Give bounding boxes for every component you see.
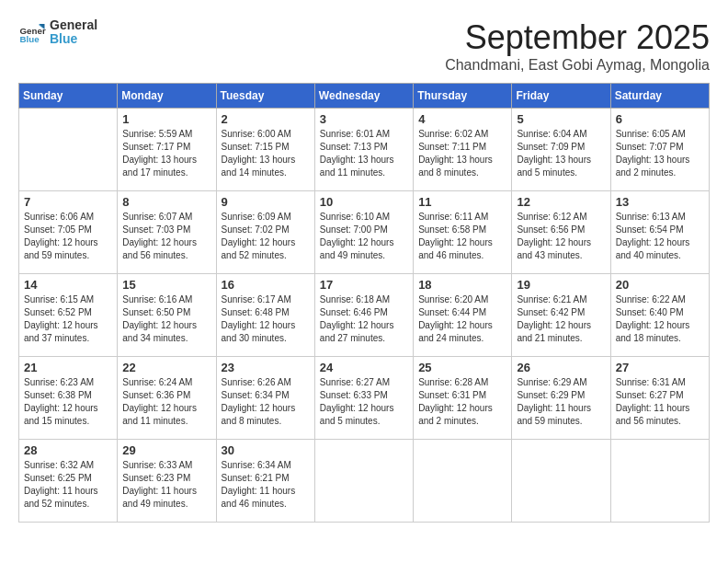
day-number: 17 — [320, 278, 408, 292]
day-number: 9 — [222, 195, 310, 209]
calendar-cell: 13Sunrise: 6:13 AM Sunset: 6:54 PM Dayli… — [610, 191, 709, 274]
calendar-cell: 12Sunrise: 6:12 AM Sunset: 6:56 PM Dayli… — [512, 191, 610, 274]
cell-info: Sunrise: 6:00 AM Sunset: 7:15 PM Dayligh… — [222, 128, 310, 179]
cell-info: Sunrise: 6:18 AM Sunset: 6:46 PM Dayligh… — [320, 293, 408, 345]
logo-general: General — [50, 18, 97, 32]
calendar-cell: 28Sunrise: 6:32 AM Sunset: 6:25 PM Dayli… — [19, 440, 118, 523]
location-subtitle: Chandmani, East Gobi Aymag, Mongolia — [445, 57, 710, 74]
day-number: 28 — [24, 443, 112, 457]
cell-info: Sunrise: 6:10 AM Sunset: 7:00 PM Dayligh… — [320, 211, 408, 262]
cell-info: Sunrise: 6:32 AM Sunset: 6:25 PM Dayligh… — [24, 459, 112, 511]
calendar-cell: 2Sunrise: 6:00 AM Sunset: 7:15 PM Daylig… — [216, 109, 314, 191]
calendar-cell: 30Sunrise: 6:34 AM Sunset: 6:21 PM Dayli… — [216, 440, 314, 523]
day-number: 18 — [418, 278, 506, 292]
calendar-cell: 26Sunrise: 6:29 AM Sunset: 6:29 PM Dayli… — [512, 357, 610, 440]
calendar-cell: 5Sunrise: 6:04 AM Sunset: 7:09 PM Daylig… — [512, 109, 610, 191]
day-number: 2 — [222, 112, 310, 126]
calendar-body: 1Sunrise: 5:59 AM Sunset: 7:17 PM Daylig… — [19, 109, 710, 523]
calendar-cell: 25Sunrise: 6:28 AM Sunset: 6:31 PM Dayli… — [414, 357, 512, 440]
calendar-cell — [512, 440, 610, 523]
title-area: September 2025 Chandmani, East Gobi Ayma… — [445, 18, 710, 74]
cell-info: Sunrise: 6:02 AM Sunset: 7:11 PM Dayligh… — [418, 128, 506, 179]
day-number: 20 — [616, 278, 704, 292]
calendar-cell: 11Sunrise: 6:11 AM Sunset: 6:58 PM Dayli… — [414, 191, 512, 274]
calendar-cell — [610, 440, 709, 523]
cell-info: Sunrise: 6:16 AM Sunset: 6:50 PM Dayligh… — [122, 293, 210, 345]
cell-info: Sunrise: 6:28 AM Sunset: 6:31 PM Dayligh… — [418, 376, 506, 428]
calendar-cell: 3Sunrise: 6:01 AM Sunset: 7:13 PM Daylig… — [314, 109, 413, 191]
day-number: 11 — [418, 195, 506, 209]
calendar-cell: 29Sunrise: 6:33 AM Sunset: 6:23 PM Dayli… — [118, 440, 216, 523]
weekday-monday: Monday — [118, 84, 216, 109]
cell-info: Sunrise: 6:24 AM Sunset: 6:36 PM Dayligh… — [122, 376, 210, 428]
cell-info: Sunrise: 6:13 AM Sunset: 6:54 PM Dayligh… — [616, 211, 704, 262]
day-number: 24 — [320, 361, 408, 374]
day-number: 30 — [222, 443, 310, 457]
calendar-cell — [19, 109, 118, 191]
weekday-sunday: Sunday — [19, 84, 118, 109]
cell-info: Sunrise: 6:33 AM Sunset: 6:23 PM Dayligh… — [122, 459, 210, 511]
calendar-cell: 9Sunrise: 6:09 AM Sunset: 7:02 PM Daylig… — [216, 191, 314, 274]
calendar-cell: 20Sunrise: 6:22 AM Sunset: 6:40 PM Dayli… — [610, 274, 709, 357]
cell-info: Sunrise: 6:23 AM Sunset: 6:38 PM Dayligh… — [24, 376, 112, 428]
calendar-cell: 6Sunrise: 6:05 AM Sunset: 7:07 PM Daylig… — [610, 109, 709, 191]
cell-info: Sunrise: 6:34 AM Sunset: 6:21 PM Dayligh… — [222, 459, 310, 511]
calendar-cell: 15Sunrise: 6:16 AM Sunset: 6:50 PM Dayli… — [118, 274, 216, 357]
week-row-3: 14Sunrise: 6:15 AM Sunset: 6:52 PM Dayli… — [19, 274, 710, 357]
calendar-cell: 14Sunrise: 6:15 AM Sunset: 6:52 PM Dayli… — [19, 274, 118, 357]
day-number: 19 — [517, 278, 605, 292]
calendar-cell: 19Sunrise: 6:21 AM Sunset: 6:42 PM Dayli… — [512, 274, 610, 357]
weekday-header-row: SundayMondayTuesdayWednesdayThursdayFrid… — [19, 84, 710, 109]
cell-info: Sunrise: 6:12 AM Sunset: 6:56 PM Dayligh… — [517, 211, 605, 262]
calendar-cell: 23Sunrise: 6:26 AM Sunset: 6:34 PM Dayli… — [216, 357, 314, 440]
calendar-cell: 17Sunrise: 6:18 AM Sunset: 6:46 PM Dayli… — [314, 274, 413, 357]
month-title: September 2025 — [445, 18, 710, 57]
week-row-1: 1Sunrise: 5:59 AM Sunset: 7:17 PM Daylig… — [19, 109, 710, 191]
calendar-cell: 1Sunrise: 5:59 AM Sunset: 7:17 PM Daylig… — [118, 109, 216, 191]
calendar-cell: 8Sunrise: 6:07 AM Sunset: 7:03 PM Daylig… — [118, 191, 216, 274]
day-number: 6 — [616, 112, 704, 126]
weekday-saturday: Saturday — [610, 84, 709, 109]
weekday-tuesday: Tuesday — [216, 84, 314, 109]
cell-info: Sunrise: 6:27 AM Sunset: 6:33 PM Dayligh… — [320, 376, 408, 428]
day-number: 4 — [418, 112, 506, 126]
calendar-cell: 24Sunrise: 6:27 AM Sunset: 6:33 PM Dayli… — [314, 357, 413, 440]
cell-info: Sunrise: 6:29 AM Sunset: 6:29 PM Dayligh… — [517, 376, 605, 428]
calendar-cell: 7Sunrise: 6:06 AM Sunset: 7:05 PM Daylig… — [19, 191, 118, 274]
cell-info: Sunrise: 6:09 AM Sunset: 7:02 PM Dayligh… — [222, 211, 310, 262]
day-number: 5 — [517, 112, 605, 126]
cell-info: Sunrise: 5:59 AM Sunset: 7:17 PM Dayligh… — [122, 128, 210, 179]
cell-info: Sunrise: 6:04 AM Sunset: 7:09 PM Dayligh… — [517, 128, 605, 179]
logo-blue: Blue — [50, 32, 97, 46]
cell-info: Sunrise: 6:21 AM Sunset: 6:42 PM Dayligh… — [517, 293, 605, 345]
weekday-wednesday: Wednesday — [314, 84, 413, 109]
cell-info: Sunrise: 6:07 AM Sunset: 7:03 PM Dayligh… — [122, 211, 210, 262]
day-number: 8 — [122, 195, 210, 209]
cell-info: Sunrise: 6:05 AM Sunset: 7:07 PM Dayligh… — [616, 128, 704, 179]
day-number: 14 — [24, 278, 112, 292]
calendar-cell: 22Sunrise: 6:24 AM Sunset: 6:36 PM Dayli… — [118, 357, 216, 440]
logo-icon: General Blue — [18, 18, 46, 46]
day-number: 22 — [122, 361, 210, 374]
day-number: 15 — [122, 278, 210, 292]
calendar-cell: 27Sunrise: 6:31 AM Sunset: 6:27 PM Dayli… — [610, 357, 709, 440]
calendar-cell: 21Sunrise: 6:23 AM Sunset: 6:38 PM Dayli… — [19, 357, 118, 440]
day-number: 27 — [616, 361, 704, 374]
day-number: 29 — [122, 443, 210, 457]
day-number: 3 — [320, 112, 408, 126]
cell-info: Sunrise: 6:20 AM Sunset: 6:44 PM Dayligh… — [418, 293, 506, 345]
day-number: 10 — [320, 195, 408, 209]
cell-info: Sunrise: 6:15 AM Sunset: 6:52 PM Dayligh… — [24, 293, 112, 345]
day-number: 7 — [24, 195, 112, 209]
calendar-cell: 16Sunrise: 6:17 AM Sunset: 6:48 PM Dayli… — [216, 274, 314, 357]
day-number: 25 — [418, 361, 506, 374]
day-number: 1 — [122, 112, 210, 126]
calendar-table: SundayMondayTuesdayWednesdayThursdayFrid… — [18, 83, 710, 523]
calendar-cell: 10Sunrise: 6:10 AM Sunset: 7:00 PM Dayli… — [314, 191, 413, 274]
cell-info: Sunrise: 6:06 AM Sunset: 7:05 PM Dayligh… — [24, 211, 112, 262]
day-number: 13 — [616, 195, 704, 209]
day-number: 26 — [517, 361, 605, 374]
cell-info: Sunrise: 6:26 AM Sunset: 6:34 PM Dayligh… — [222, 376, 310, 428]
logo: General Blue General Blue — [18, 18, 97, 47]
weekday-friday: Friday — [512, 84, 610, 109]
